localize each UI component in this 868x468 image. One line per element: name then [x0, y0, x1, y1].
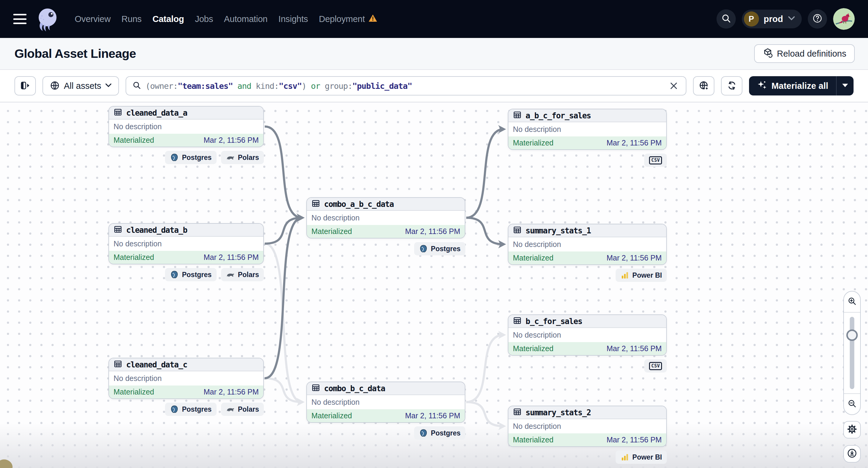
asset-description: No description	[513, 422, 561, 431]
kind-tag-csv[interactable]: CSV	[644, 359, 667, 373]
zoom-out-button[interactable]	[844, 394, 860, 414]
asset-name: combo_b_c_data	[324, 384, 385, 393]
materialization-timestamp[interactable]: Mar 2, 11:56 PM	[607, 138, 662, 147]
asset-node-summary_stats_2[interactable]: summary_stats_2 No description Materiali…	[508, 406, 667, 447]
nav-item-label: Insights	[278, 14, 308, 24]
asset-name: summary_stats_2	[526, 408, 591, 417]
materialization-timestamp[interactable]: Mar 2, 11:56 PM	[607, 254, 662, 262]
kind-tag-label: Power BI	[632, 271, 662, 279]
asset-scope-dropdown[interactable]: All assets	[42, 76, 119, 95]
polars-icon	[226, 153, 235, 162]
kind-tag-label: Postgres	[182, 405, 211, 413]
asset-node-cleaned_data_c[interactable]: cleaned_data_c No description Materializ…	[108, 358, 264, 399]
graph-settings-button[interactable]	[843, 421, 861, 438]
kind-tag-csv[interactable]: CSV	[644, 154, 667, 167]
materialize-options-caret[interactable]	[837, 76, 854, 95]
workspace-name: prod	[764, 14, 783, 24]
asset-name: a_b_c_for_sales	[526, 111, 591, 120]
search-button[interactable]	[716, 9, 736, 29]
kind-tag-power-bi[interactable]: Power BI	[616, 450, 667, 464]
asset-status-bar: Materialized Mar 2, 11:56 PM	[109, 385, 263, 399]
asset-node-cleaned_data_a[interactable]: cleaned_data_a No description Materializ…	[108, 106, 264, 147]
asset-group-filter-button[interactable]	[693, 76, 714, 95]
materialize-all-button[interactable]: Materialize all	[749, 76, 836, 95]
page-title: Global Asset Lineage	[14, 47, 136, 61]
asset-node-combo_a_b_c_data[interactable]: combo_a_b_c_data No description Material…	[306, 197, 465, 239]
materialization-timestamp[interactable]: Mar 2, 11:56 PM	[607, 435, 662, 444]
asset-status-bar: Materialized Mar 2, 11:56 PM	[109, 251, 263, 264]
zoom-in-button[interactable]	[844, 291, 860, 312]
nav-item-jobs[interactable]: Jobs	[195, 14, 213, 24]
asset-node-cleaned_data_b[interactable]: cleaned_data_b No description Materializ…	[108, 223, 264, 264]
query-segment: group:	[325, 81, 352, 91]
asset-node-a_b_c_for_sales[interactable]: a_b_c_for_sales No description Materiali…	[508, 109, 667, 150]
help-button[interactable]	[808, 9, 827, 29]
zoom-out-icon	[847, 399, 857, 410]
search-icon	[132, 81, 141, 91]
refresh-button[interactable]	[721, 76, 742, 95]
zoom-slider-track[interactable]	[850, 317, 855, 389]
asset-description-row: No description	[307, 395, 465, 409]
kind-tag-postgres[interactable]: Postgres	[165, 403, 216, 416]
lineage-edge-combo_a_b_c_data-to-summary_stats_1	[466, 218, 503, 244]
table-icon	[513, 111, 522, 121]
asset-node-header: a_b_c_for_sales	[508, 109, 666, 122]
kind-tag-postgres[interactable]: Postgres	[414, 427, 465, 440]
kind-tag-polars[interactable]: Polars	[221, 403, 264, 416]
nav-item-deployment[interactable]: Deployment	[319, 14, 378, 24]
nav-item-runs[interactable]: Runs	[121, 14, 142, 24]
nav-item-automation[interactable]: Automation	[224, 14, 268, 24]
hamburger-menu-icon[interactable]	[13, 14, 27, 24]
polars-icon	[226, 405, 235, 414]
table-icon	[114, 225, 122, 235]
nav-item-label: Deployment	[319, 14, 365, 24]
asset-node-summary_stats_1[interactable]: summary_stats_1 No description Materiali…	[508, 224, 667, 265]
kind-tag-postgres[interactable]: Postgres	[165, 151, 216, 164]
asset-node-header: cleaned_data_a	[109, 106, 263, 120]
kind-tag-postgres[interactable]: Postgres	[414, 242, 465, 255]
reload-cube-icon	[763, 48, 773, 60]
nav-item-insights[interactable]: Insights	[278, 14, 308, 24]
zoom-slider-knob[interactable]	[846, 330, 858, 341]
materialization-timestamp[interactable]: Mar 2, 11:56 PM	[607, 344, 662, 353]
materialization-timestamp[interactable]: Mar 2, 11:56 PM	[405, 227, 460, 236]
kind-tag-polars[interactable]: Polars	[221, 268, 264, 281]
zoom-slider[interactable]	[844, 313, 860, 393]
materialization-timestamp[interactable]: Mar 2, 11:56 PM	[204, 253, 259, 262]
clear-search-button[interactable]	[668, 80, 680, 92]
asset-description: No description	[513, 125, 561, 134]
asset-node-header: b_c_for_sales	[508, 315, 666, 328]
asset-node-b_c_for_sales[interactable]: b_c_for_sales No description Materialize…	[508, 314, 667, 356]
asset-node-header: summary_stats_2	[508, 406, 666, 419]
download-graph-button[interactable]	[843, 445, 861, 463]
csv-icon: CSV	[649, 362, 662, 370]
reload-definitions-button[interactable]: Reload definitions	[754, 44, 855, 63]
gear-icon	[847, 424, 857, 435]
asset-name: cleaned_data_a	[126, 108, 187, 118]
download-icon	[847, 448, 857, 460]
postgres-icon	[170, 405, 179, 414]
kind-tag-power-bi[interactable]: Power BI	[616, 269, 667, 282]
asset-node-combo_b_c_data[interactable]: combo_b_c_data No description Materializ…	[306, 381, 465, 423]
kind-tag-label: Postgres	[182, 154, 211, 162]
kind-tag-postgres[interactable]: Postgres	[165, 268, 216, 281]
materialization-timestamp[interactable]: Mar 2, 11:56 PM	[204, 387, 259, 396]
search-icon	[721, 13, 731, 25]
csv-icon: CSV	[649, 156, 662, 164]
nav-item-overview[interactable]: Overview	[75, 14, 111, 24]
lineage-toolbar: All assets (owner:"team:sales" and kind:…	[0, 70, 868, 102]
open-sidebar-button[interactable]	[14, 76, 36, 95]
kind-tag-polars[interactable]: Polars	[221, 151, 264, 164]
asset-description-row: No description	[508, 419, 666, 433]
kind-tag-label: Polars	[238, 154, 259, 162]
dagster-logo[interactable]	[34, 6, 61, 32]
materialization-timestamp[interactable]: Mar 2, 11:56 PM	[204, 136, 259, 145]
workspace-switcher[interactable]: P prod	[742, 10, 802, 28]
materialization-timestamp[interactable]: Mar 2, 11:56 PM	[405, 411, 460, 420]
nav-item-catalog[interactable]: Catalog	[152, 14, 184, 24]
asset-description-row: No description	[508, 328, 666, 342]
lineage-canvas[interactable]: cleaned_data_a No description Materializ…	[0, 102, 868, 468]
materialized-status: Materialized	[513, 254, 554, 262]
asset-search-input[interactable]: (owner:"team:sales" and kind:"csv") or g…	[126, 76, 686, 95]
user-avatar[interactable]	[833, 8, 855, 30]
